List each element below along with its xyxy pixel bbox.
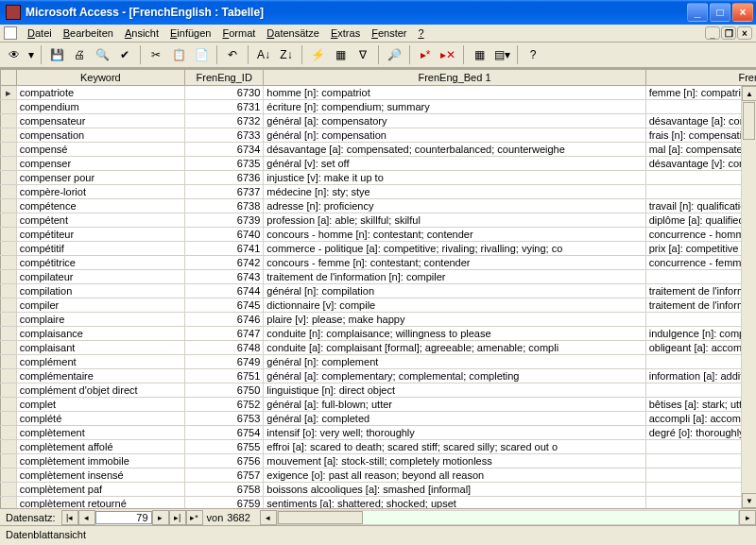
cell-id[interactable]: 6743 (185, 270, 264, 284)
row-selector[interactable] (1, 256, 17, 270)
cell-id[interactable]: 6732 (185, 114, 264, 128)
row-selector[interactable] (1, 128, 17, 143)
cell-keyword[interactable]: compétence (16, 199, 184, 213)
cell-id[interactable]: 6754 (185, 426, 264, 440)
mdi-restore-button[interactable]: ❐ (721, 26, 736, 40)
table-row[interactable]: complaisant6748conduite [a]: complaisant… (1, 341, 757, 355)
row-selector[interactable] (1, 171, 17, 185)
cell-keyword[interactable]: complètement retourné (16, 497, 184, 509)
cell-keyword[interactable]: complètement paf (16, 483, 184, 497)
cell-id[interactable]: 6750 (185, 383, 264, 398)
cell-bed1[interactable]: sentiments [a]: shattered; shocked; upse… (264, 497, 645, 509)
cell-bed1[interactable]: général [n]: complement (264, 355, 645, 369)
cell-id[interactable]: 6744 (185, 284, 264, 298)
cell-bed2[interactable] (645, 468, 756, 483)
cell-bed1[interactable]: général [a]: complementary; complemental… (264, 369, 645, 383)
cell-id[interactable]: 6759 (185, 497, 264, 509)
cell-id[interactable]: 6756 (185, 454, 264, 468)
table-row[interactable]: compensation6733général [n]: compensatio… (1, 128, 757, 143)
row-selector[interactable] (1, 143, 17, 157)
cell-bed1[interactable]: général [n]: compilation (264, 284, 645, 298)
print-preview-button[interactable]: 🔍 (92, 44, 112, 65)
row-selector[interactable] (1, 270, 17, 284)
cell-bed2[interactable]: frais [n]: compensation; repayment (645, 128, 756, 143)
table-row[interactable]: compilateur6743traitement de l'informati… (1, 270, 757, 284)
menu-format[interactable]: Format (216, 26, 261, 41)
column-header-bed1[interactable]: FrenEng_Bed 1 (264, 70, 645, 86)
table-row[interactable]: complet6752général [a]: full-blown; utte… (1, 398, 757, 412)
table-row[interactable]: complètement paf6758boissons alcooliques… (1, 483, 757, 497)
cell-keyword[interactable]: compilation (16, 284, 184, 298)
cell-id[interactable]: 6745 (185, 298, 264, 313)
cell-id[interactable]: 6734 (185, 143, 264, 157)
cell-bed2[interactable] (645, 483, 756, 497)
cell-bed2[interactable]: prix [a]: competitive (645, 242, 756, 256)
sort-asc-button[interactable]: A↓ (253, 44, 274, 65)
cell-bed1[interactable]: exigence [o]: past all reason; beyond al… (264, 468, 645, 483)
cell-keyword[interactable]: compère-loriot (16, 185, 184, 199)
cell-id[interactable]: 6737 (185, 185, 264, 199)
cell-bed1[interactable]: plaire [v]: please; make happy (264, 313, 645, 327)
cell-bed2[interactable]: obligeant [a]: accommodating; obligir (645, 341, 756, 355)
cell-keyword[interactable]: compendium (16, 100, 184, 114)
cell-bed2[interactable]: femme [n]: compatriot (645, 86, 756, 100)
row-selector[interactable] (1, 157, 17, 171)
database-window-button[interactable]: ▦ (469, 44, 490, 65)
cell-bed2[interactable]: concurrence - femme [n]: challenger; (645, 256, 756, 270)
new-object-button[interactable]: ▤▾ (491, 44, 512, 65)
menu-datensätze[interactable]: Datensätze (261, 26, 325, 41)
menu-extras[interactable]: Extras (325, 26, 366, 41)
cell-bed1[interactable]: commerce - politique [a]: competitive; r… (264, 242, 645, 256)
cell-bed1[interactable]: traitement de l'information [n]: compile… (264, 270, 645, 284)
row-selector[interactable]: ▸ (1, 86, 17, 100)
table-row[interactable]: complètement insensé6757exigence [o]: pa… (1, 468, 757, 483)
cell-keyword[interactable]: complètement immobile (16, 454, 184, 468)
cell-keyword[interactable]: complètement insensé (16, 468, 184, 483)
paste-button[interactable]: 📄 (191, 44, 212, 65)
view-button[interactable]: 👁 (4, 44, 25, 65)
cell-bed2[interactable] (645, 440, 756, 454)
menu-ansicht[interactable]: Ansicht (119, 26, 164, 41)
cell-keyword[interactable]: compétitrice (16, 256, 184, 270)
cell-bed1[interactable]: dictionnaire [v]: compile (264, 298, 645, 313)
cell-bed1[interactable]: général [v]: set off (264, 157, 645, 171)
cell-bed1[interactable]: linguistique [n]: direct object (264, 383, 645, 398)
cell-bed2[interactable]: traitement de l'information [n]: compi (645, 284, 756, 298)
cell-keyword[interactable]: compiler (16, 298, 184, 313)
cell-bed2[interactable] (645, 383, 756, 398)
cell-id[interactable]: 6748 (185, 341, 264, 355)
cell-bed2[interactable]: diplôme [a]: qualified; certified (645, 213, 756, 228)
minimize-button[interactable]: _ (687, 3, 708, 22)
cell-bed2[interactable]: concurrence - homme [n]: challenger (645, 228, 756, 242)
cell-keyword[interactable]: complaire (16, 313, 184, 327)
scroll-thumb[interactable] (743, 102, 755, 140)
table-row[interactable]: complaire6746plaire [v]: please; make ha… (1, 313, 757, 327)
cell-bed2[interactable]: travail [n]: qualification; capability (645, 199, 756, 213)
row-selector[interactable] (1, 327, 17, 341)
row-selector[interactable] (1, 341, 17, 355)
hscroll-thumb[interactable] (278, 511, 363, 524)
cell-id[interactable]: 6738 (185, 199, 264, 213)
copy-button[interactable]: 📋 (168, 44, 189, 65)
cell-bed2[interactable] (645, 185, 756, 199)
row-selector[interactable] (1, 383, 17, 398)
cell-bed2[interactable]: accompli [a]: accomplished; achieve (645, 412, 756, 426)
maximize-button[interactable]: □ (710, 3, 730, 22)
cell-keyword[interactable]: complètement (16, 426, 184, 440)
cell-id[interactable]: 6753 (185, 412, 264, 426)
table-row[interactable]: compétitrice6742concours - femme [n]: co… (1, 256, 757, 270)
cell-bed1[interactable]: profession [a]: able; skillful; skilful (264, 213, 645, 228)
table-row[interactable]: complémentaire6751général [a]: complemen… (1, 369, 757, 383)
filter-selection-button[interactable]: ⚡ (307, 44, 328, 65)
cell-keyword[interactable]: compenser pour (16, 171, 184, 185)
cell-bed2[interactable]: information [a]: additional; supplemer (645, 369, 756, 383)
cell-keyword[interactable]: complaisant (16, 341, 184, 355)
menu-einfügen[interactable]: Einfügen (164, 26, 216, 41)
cell-bed1[interactable]: général [a]: completed (264, 412, 645, 426)
cell-id[interactable]: 6747 (185, 327, 264, 341)
find-button[interactable]: 🔎 (384, 44, 404, 65)
prev-record-button[interactable]: ◂ (78, 510, 95, 525)
row-selector[interactable] (1, 412, 17, 426)
cell-bed1[interactable]: concours - femme [n]: contestant; conten… (264, 256, 645, 270)
row-selector[interactable] (1, 100, 17, 114)
